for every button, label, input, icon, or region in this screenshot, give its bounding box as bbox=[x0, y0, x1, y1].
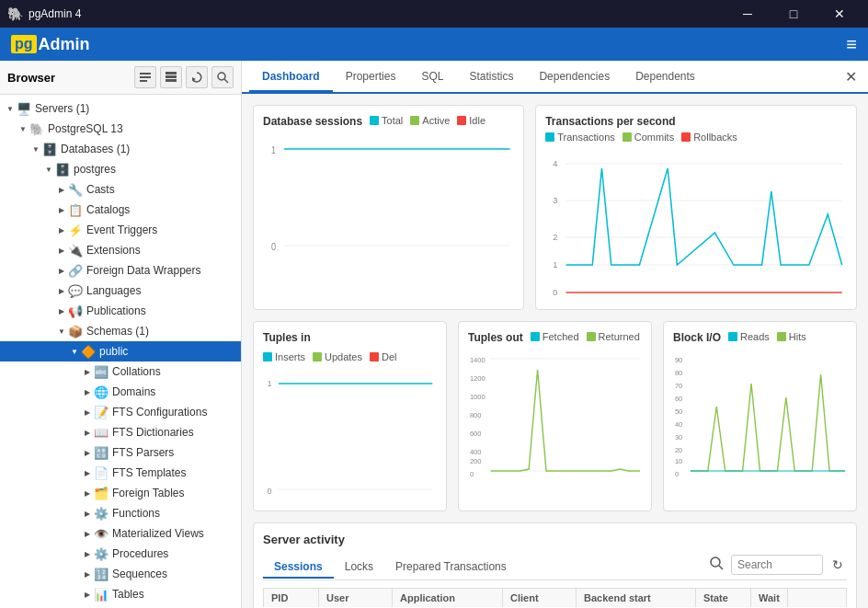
tree-item-event_triggers[interactable]: ▶⚡Event Triggers bbox=[0, 220, 241, 240]
tree-item-public[interactable]: ▼🔶public bbox=[0, 341, 241, 361]
tree-item-databases[interactable]: ▼🗄️Databases (1) bbox=[0, 139, 241, 159]
tree-arrow-tables[interactable]: ▶ bbox=[81, 588, 94, 601]
tree-arrow-postgresql13[interactable]: ▼ bbox=[17, 122, 29, 135]
minimize-button[interactable]: ─ bbox=[726, 0, 769, 28]
tree-item-collations[interactable]: ▶🔤Collations bbox=[0, 361, 241, 382]
tab-dependencies[interactable]: Dependencies bbox=[526, 63, 622, 92]
refresh-activity-button[interactable]: ↻ bbox=[828, 556, 847, 574]
tree-label-functions: Functions bbox=[112, 507, 160, 520]
tree-arrow-foreign_tables[interactable]: ▶ bbox=[81, 487, 94, 499]
main-layout: Browser ▼🖥️Servers (1)▼🐘PostgreSQL 13▼🗄️… bbox=[0, 61, 868, 608]
svg-text:200: 200 bbox=[470, 457, 482, 465]
tuples-in-legend: Inserts Updates Del bbox=[263, 351, 397, 362]
tree-item-sequences[interactable]: ▶🔢Sequences bbox=[0, 564, 241, 584]
block-io-svg: 90 80 70 60 50 40 30 20 10 0 bbox=[673, 351, 847, 480]
search-input[interactable] bbox=[731, 555, 823, 575]
close-panel-button[interactable]: ✕ bbox=[841, 68, 861, 86]
tree-arrow-schemas[interactable]: ▼ bbox=[55, 325, 68, 338]
hamburger-menu[interactable]: ≡ bbox=[846, 34, 857, 55]
maximize-button[interactable]: □ bbox=[772, 0, 815, 28]
tree-item-fts_config[interactable]: ▶📝FTS Configurations bbox=[0, 402, 241, 422]
tree-item-postgres[interactable]: ▼🗄️postgres bbox=[0, 159, 241, 179]
svg-text:600: 600 bbox=[470, 430, 482, 438]
tree-item-fts_dict[interactable]: ▶📖FTS Dictionaries bbox=[0, 422, 241, 442]
tree-item-materialized_views[interactable]: ▶👁️Materialized Views bbox=[0, 523, 241, 544]
dashboard: Database sessions Total Active bbox=[242, 94, 868, 608]
tree-icon-postgres: 🗄️ bbox=[55, 162, 70, 177]
tree-arrow-materialized_views[interactable]: ▶ bbox=[81, 527, 94, 540]
tree-arrow-databases[interactable]: ▼ bbox=[29, 143, 42, 155]
tree-arrow-postgres[interactable]: ▼ bbox=[42, 163, 55, 176]
tab-statistics[interactable]: Statistics bbox=[456, 63, 526, 92]
tree-arrow-languages[interactable]: ▶ bbox=[55, 284, 68, 297]
sessions-tab[interactable]: Sessions bbox=[263, 556, 334, 579]
svg-text:800: 800 bbox=[470, 411, 482, 419]
tree-item-fts_templates[interactable]: ▶📄FTS Templates bbox=[0, 463, 241, 483]
tree-item-schemas[interactable]: ▼📦Schemas (1) bbox=[0, 321, 241, 341]
tree-item-fts_parsers[interactable]: ▶🔠FTS Parsers bbox=[0, 442, 241, 463]
tree-arrow-foreign_data[interactable]: ▶ bbox=[55, 264, 68, 277]
tree-arrow-casts[interactable]: ▶ bbox=[55, 183, 68, 196]
tab-sql[interactable]: SQL bbox=[408, 63, 456, 92]
tree-item-foreign_tables[interactable]: ▶🗂️Foreign Tables bbox=[0, 483, 241, 503]
tree-item-publications[interactable]: ▶📢Publications bbox=[0, 301, 241, 321]
block-io-title: Block I/O bbox=[673, 331, 721, 344]
tree-arrow-servers[interactable]: ▼ bbox=[4, 102, 17, 115]
legend-transactions: Transactions bbox=[545, 132, 615, 143]
tree-icon-fts_config: 📝 bbox=[94, 405, 108, 419]
tree-item-servers[interactable]: ▼🖥️Servers (1) bbox=[0, 98, 241, 119]
tree-item-functions[interactable]: ▶⚙️Functions bbox=[0, 503, 241, 523]
tree-item-catalogs[interactable]: ▶📋Catalogs bbox=[0, 200, 241, 220]
tree-arrow-functions[interactable]: ▶ bbox=[81, 507, 94, 520]
tree-item-languages[interactable]: ▶💬Languages bbox=[0, 281, 241, 301]
tree-arrow-event_triggers[interactable]: ▶ bbox=[55, 224, 68, 236]
tab-dashboard[interactable]: Dashboard bbox=[249, 63, 333, 92]
transactions-svg: 4 3 2 1 0 bbox=[545, 150, 847, 297]
tree-item-tables[interactable]: ▶📊Tables bbox=[0, 584, 241, 604]
tree-arrow-sequences[interactable]: ▶ bbox=[81, 568, 94, 580]
tree-item-extensions[interactable]: ▶🔌Extensions bbox=[0, 240, 241, 260]
legend-updates: Updates bbox=[313, 351, 362, 362]
sidebar: Browser ▼🖥️Servers (1)▼🐘PostgreSQL 13▼🗄️… bbox=[0, 61, 242, 608]
search-button[interactable] bbox=[707, 554, 725, 576]
tree-item-domains[interactable]: ▶🌐Domains bbox=[0, 382, 241, 402]
tree-item-foreign_data[interactable]: ▶🔗Foreign Data Wrappers bbox=[0, 260, 241, 281]
tab-properties[interactable]: Properties bbox=[333, 63, 409, 92]
db-sessions-chart-area: 1 0 bbox=[263, 135, 514, 300]
tree-arrow-procedures[interactable]: ▶ bbox=[81, 547, 94, 560]
tree-arrow-public[interactable]: ▼ bbox=[68, 345, 81, 358]
prepared-transactions-tab[interactable]: Prepared Transactions bbox=[384, 556, 518, 579]
tree-icon-schemas: 📦 bbox=[68, 324, 83, 338]
svg-text:10: 10 bbox=[675, 457, 683, 465]
locks-tab[interactable]: Locks bbox=[334, 556, 384, 579]
sidebar-title: Browser bbox=[7, 71, 134, 85]
tree-arrow-fts_config[interactable]: ▶ bbox=[81, 406, 94, 419]
tree-icon-collations: 🔤 bbox=[94, 364, 108, 379]
block-io-legend: Reads Hits bbox=[728, 331, 806, 342]
svg-text:1000: 1000 bbox=[470, 393, 485, 401]
svg-text:2: 2 bbox=[553, 233, 557, 242]
tree-arrow-fts_templates[interactable]: ▶ bbox=[81, 466, 94, 479]
tree-arrow-fts_dict[interactable]: ▶ bbox=[81, 426, 94, 439]
tab-dependents[interactable]: Dependents bbox=[622, 63, 708, 92]
tree-item-procedures[interactable]: ▶⚙️Procedures bbox=[0, 544, 241, 564]
tree-item-casts[interactable]: ▶🔧Casts bbox=[0, 179, 241, 200]
properties-icon-btn[interactable] bbox=[134, 66, 156, 88]
svg-text:1200: 1200 bbox=[470, 374, 485, 383]
tree-arrow-collations[interactable]: ▶ bbox=[81, 365, 94, 378]
svg-text:60: 60 bbox=[675, 395, 683, 403]
tree-arrow-catalogs[interactable]: ▶ bbox=[55, 203, 68, 216]
refresh-icon-btn[interactable] bbox=[186, 66, 208, 88]
tree-icon-materialized_views: 👁️ bbox=[94, 526, 108, 541]
tree-arrow-publications[interactable]: ▶ bbox=[55, 304, 68, 317]
tree-icon-sequences: 🔢 bbox=[94, 567, 108, 581]
search-icon-btn[interactable] bbox=[211, 66, 234, 88]
tree-arrow-fts_parsers[interactable]: ▶ bbox=[81, 446, 94, 459]
table-icon-btn[interactable] bbox=[160, 66, 182, 88]
tree-arrow-extensions[interactable]: ▶ bbox=[55, 244, 68, 257]
tree-item-postgresql13[interactable]: ▼🐘PostgreSQL 13 bbox=[0, 119, 241, 139]
title-bar: 🐘 pgAdmin 4 ─ □ ✕ bbox=[0, 0, 868, 28]
block-io-card: Block I/O Reads Hits bbox=[663, 321, 857, 511]
close-button[interactable]: ✕ bbox=[818, 0, 861, 28]
tree-arrow-domains[interactable]: ▶ bbox=[81, 385, 94, 398]
